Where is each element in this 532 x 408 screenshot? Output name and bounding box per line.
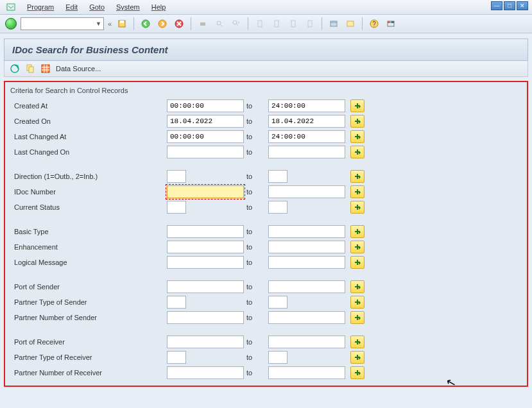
from-input[interactable] — [167, 336, 244, 348]
multiple-selection-button[interactable] — [350, 311, 365, 324]
multiple-selection-button[interactable] — [350, 366, 365, 379]
maximize-button[interactable]: □ — [504, 1, 515, 10]
svg-rect-6 — [200, 22, 205, 26]
from-input[interactable] — [167, 201, 186, 214]
to-label: to — [246, 369, 266, 377]
multiple-selection-button[interactable] — [350, 241, 365, 253]
to-input[interactable] — [268, 296, 287, 309]
field-label: Partner Number of Receiver — [10, 369, 164, 377]
from-input[interactable] — [167, 115, 244, 128]
menu-goto[interactable]: Goto — [89, 3, 105, 11]
multiple-selection-button[interactable] — [350, 256, 365, 269]
find-next-icon[interactable] — [230, 17, 243, 30]
from-input[interactable] — [167, 99, 244, 112]
menu-edit[interactable]: Edit — [65, 3, 78, 11]
back-chevrons[interactable]: « — [108, 20, 112, 28]
next-page-icon[interactable] — [287, 17, 300, 30]
from-input[interactable] — [167, 351, 186, 364]
to-input[interactable] — [268, 351, 287, 364]
to-input[interactable] — [268, 366, 345, 379]
close-button[interactable]: ✕ — [517, 1, 528, 10]
back-icon[interactable] — [139, 17, 152, 30]
new-session-icon[interactable] — [327, 17, 340, 30]
to-input[interactable] — [268, 185, 345, 198]
svg-text:?: ? — [372, 21, 376, 28]
from-input[interactable] — [167, 256, 244, 269]
menu-system[interactable]: System — [116, 3, 140, 11]
field-label: Partner Type of Sender — [10, 298, 164, 306]
multiple-selection-button[interactable] — [350, 170, 365, 183]
to-input[interactable] — [268, 336, 345, 348]
to-input[interactable] — [268, 130, 345, 143]
from-input[interactable] — [167, 280, 244, 293]
copy-icon[interactable] — [25, 64, 35, 74]
multiple-selection-button[interactable] — [350, 225, 365, 238]
to-input[interactable] — [268, 146, 345, 158]
multiple-selection-button[interactable] — [350, 99, 365, 112]
multiple-selection-button[interactable] — [350, 336, 365, 348]
multiple-selection-button[interactable] — [350, 146, 365, 158]
from-input[interactable] — [167, 241, 244, 253]
from-input[interactable] — [167, 185, 244, 198]
execute-icon[interactable] — [10, 64, 20, 74]
from-input[interactable] — [167, 296, 186, 309]
to-input[interactable] — [268, 225, 345, 238]
svg-point-25 — [11, 65, 19, 72]
minimize-button[interactable]: — — [491, 1, 502, 10]
svg-rect-18 — [347, 21, 354, 26]
first-page-icon[interactable] — [253, 17, 266, 30]
shortcut-icon[interactable] — [344, 17, 357, 30]
menu-help[interactable]: Help — [151, 3, 166, 11]
to-label: to — [246, 259, 266, 266]
find-icon[interactable] — [213, 17, 226, 30]
to-input[interactable] — [268, 280, 345, 293]
from-input[interactable] — [167, 366, 244, 379]
command-field[interactable]: ▼ — [21, 17, 104, 30]
multiple-selection-button[interactable] — [350, 185, 365, 198]
menu-dropdown-icon[interactable] — [6, 3, 15, 12]
multiple-selection-button[interactable] — [350, 115, 365, 128]
print-icon[interactable] — [196, 17, 209, 30]
field-label: Port of Receiver — [10, 338, 164, 346]
to-input[interactable] — [268, 115, 345, 128]
layout-icon[interactable] — [384, 17, 397, 30]
to-input[interactable] — [268, 311, 345, 324]
multiple-selection-button[interactable] — [350, 280, 365, 293]
to-label: to — [246, 228, 266, 235]
to-label: to — [246, 314, 266, 321]
field-label: Created On — [10, 117, 164, 125]
datasource-button[interactable]: Data Source... — [56, 65, 101, 72]
menu-program[interactable]: Program — [27, 3, 54, 11]
svg-rect-16 — [330, 21, 337, 26]
grid-icon[interactable] — [40, 64, 51, 74]
save-icon[interactable] — [116, 17, 128, 30]
last-page-icon[interactable] — [304, 17, 316, 30]
multiple-selection-button[interactable] — [350, 130, 365, 143]
multiple-selection-button[interactable] — [350, 296, 365, 309]
svg-rect-22 — [388, 21, 390, 23]
to-label: to — [246, 188, 266, 196]
field-label: Partner Type of Receiver — [10, 353, 164, 361]
from-input[interactable] — [167, 130, 244, 143]
exit-icon[interactable] — [156, 17, 169, 30]
enter-button[interactable] — [5, 18, 17, 30]
svg-rect-24 — [391, 21, 394, 23]
help-icon[interactable]: ? — [368, 17, 381, 30]
field-label: Current Status — [10, 203, 164, 211]
toolbar-separator — [322, 17, 322, 30]
from-input[interactable] — [167, 225, 244, 238]
svg-point-4 — [159, 20, 166, 28]
to-input[interactable] — [268, 99, 345, 112]
to-input[interactable] — [268, 241, 345, 253]
from-input[interactable] — [167, 146, 244, 158]
to-input[interactable] — [268, 201, 287, 214]
cancel-icon[interactable] — [173, 17, 185, 30]
criteria-row: Current Statusto — [10, 200, 522, 215]
multiple-selection-button[interactable] — [350, 201, 365, 214]
from-input[interactable] — [167, 170, 186, 183]
prev-page-icon[interactable] — [270, 17, 283, 30]
to-input[interactable] — [268, 170, 287, 183]
from-input[interactable] — [167, 311, 244, 324]
to-input[interactable] — [268, 256, 345, 269]
multiple-selection-button[interactable] — [350, 351, 365, 364]
